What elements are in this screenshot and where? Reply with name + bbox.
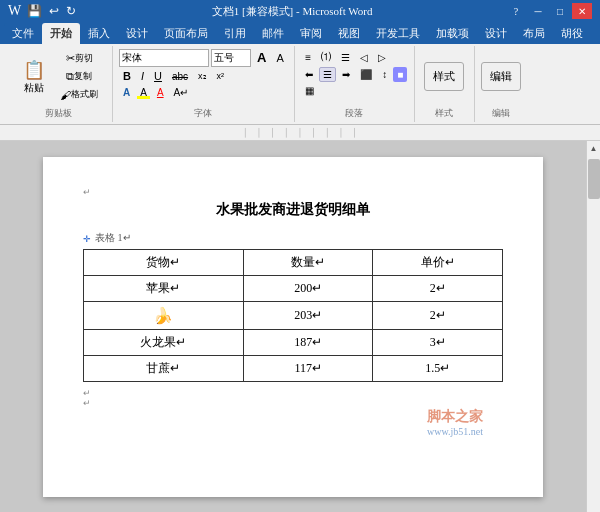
tab-design2[interactable]: 设计 xyxy=(477,23,515,44)
col-header-price: 单价↵ xyxy=(373,250,503,276)
borders-button[interactable]: ▦ xyxy=(301,83,318,98)
tab-layout2[interactable]: 布局 xyxy=(515,23,553,44)
redo-button[interactable]: ↻ xyxy=(64,3,78,20)
edit-label: 编辑 xyxy=(492,105,510,120)
cell-goods-3: 火龙果↵ xyxy=(84,330,244,356)
tab-layout[interactable]: 页面布局 xyxy=(156,23,216,44)
format-painter-button[interactable]: 🖌 格式刷 xyxy=(56,86,102,103)
paragraph-label: 段落 xyxy=(345,105,363,120)
align-center-button[interactable]: ☰ xyxy=(319,67,336,82)
strikethrough-button[interactable]: abc xyxy=(168,69,192,84)
table-header-row: 货物↵ 数量↵ 单价↵ xyxy=(84,250,503,276)
underline-button[interactable]: U xyxy=(150,68,166,84)
tab-user[interactable]: 胡役 xyxy=(553,23,591,44)
styles-button[interactable]: 样式 xyxy=(424,62,464,91)
cell-goods-1: 苹果↵ xyxy=(84,276,244,302)
quick-access-toolbar: 💾 ↩ ↻ xyxy=(25,3,78,20)
shrink-font-button[interactable]: A xyxy=(272,50,287,66)
undo-button[interactable]: ↩ xyxy=(47,3,61,20)
cut-button[interactable]: ✂ 剪切 xyxy=(56,50,102,67)
tab-developer[interactable]: 开发工具 xyxy=(368,23,428,44)
cell-price-2: 2↵ xyxy=(373,302,503,330)
page-top-indicator: ↵ xyxy=(83,187,503,197)
title-bar-controls: ? ─ □ ✕ xyxy=(506,3,592,19)
tab-references[interactable]: 引用 xyxy=(216,23,254,44)
edit-button[interactable]: 编辑 xyxy=(481,62,521,91)
scroll-up-button[interactable]: ▲ xyxy=(587,141,601,155)
align-left-button[interactable]: ⬅ xyxy=(301,67,317,82)
multilevel-button[interactable]: ☰ xyxy=(337,50,354,65)
subscript-button[interactable]: x₂ xyxy=(194,69,211,83)
tab-design[interactable]: 设计 xyxy=(118,23,156,44)
shading-button[interactable]: ■ xyxy=(393,67,407,82)
cell-goods-2: 🍌 xyxy=(84,302,244,330)
title-bar-title: 文档1 [兼容模式] - Microsoft Word xyxy=(78,4,506,19)
help-button[interactable]: ? xyxy=(506,3,526,19)
tab-addins[interactable]: 加载项 xyxy=(428,23,477,44)
text-effect-button[interactable]: A xyxy=(119,85,134,100)
table-row: 🍌 203↵ 2↵ xyxy=(84,302,503,330)
tab-file[interactable]: 文件 xyxy=(4,23,42,44)
tab-insert[interactable]: 插入 xyxy=(80,23,118,44)
font-name-input[interactable] xyxy=(119,49,209,67)
italic-button[interactable]: I xyxy=(137,68,148,84)
paragraph-group: ≡ ⑴ ☰ ◁ ▷ ⬅ ☰ ➡ ⬛ ↕ ■ ▦ 段落 xyxy=(295,46,415,122)
styles-label: 样式 xyxy=(435,105,453,120)
word-icon: W xyxy=(8,3,21,19)
data-table: 货物↵ 数量↵ 单价↵ 苹果↵ 200↵ 2↵ 🍌 2 xyxy=(83,249,503,382)
increase-indent-button[interactable]: ▷ xyxy=(374,50,390,65)
styles-group: 样式 样式 xyxy=(415,46,475,122)
minimize-button[interactable]: ─ xyxy=(528,3,548,19)
align-right-button[interactable]: ➡ xyxy=(338,67,354,82)
highlight-button[interactable]: A xyxy=(136,85,151,100)
scroll-thumb[interactable] xyxy=(588,159,600,199)
font-color-button[interactable]: A xyxy=(153,85,168,100)
clear-format-button[interactable]: A↵ xyxy=(170,85,193,100)
superscript-button[interactable]: x² xyxy=(213,69,229,83)
decrease-indent-button[interactable]: ◁ xyxy=(356,50,372,65)
document-title: 水果批发商进退货明细单 xyxy=(83,201,503,219)
cell-goods-4: 甘蔗↵ xyxy=(84,356,244,382)
bullets-button[interactable]: ≡ xyxy=(301,50,315,65)
ribbon-tabs: 文件 开始 插入 设计 页面布局 引用 邮件 审阅 视图 开发工具 加载项 设计… xyxy=(0,22,600,44)
col-header-goods: 货物↵ xyxy=(84,250,244,276)
maximize-button[interactable]: □ xyxy=(550,3,570,19)
font-size-input[interactable] xyxy=(211,49,251,67)
table-label: 表格 1↵ xyxy=(95,231,131,245)
tab-view[interactable]: 视图 xyxy=(330,23,368,44)
cell-qty-1: 200↵ xyxy=(243,276,373,302)
document-area: ↵ 水果批发商进退货明细单 ✛ 表格 1↵ 货物↵ 数量↵ 单价↵ xyxy=(0,141,586,512)
cell-qty-3: 187↵ xyxy=(243,330,373,356)
justify-button[interactable]: ⬛ xyxy=(356,67,376,82)
vertical-scrollbar: ▲ xyxy=(586,141,600,512)
col-header-quantity: 数量↵ xyxy=(243,250,373,276)
clipboard-label: 剪贴板 xyxy=(45,105,72,120)
table-handle[interactable]: ✛ xyxy=(83,234,91,244)
grow-font-button[interactable]: A xyxy=(253,48,270,67)
ribbon: 📋 粘贴 ✂ 剪切 ⧉ 复制 🖌 格式刷 剪贴板 A A B I xyxy=(0,44,600,125)
copy-button[interactable]: ⧉ 复制 xyxy=(56,68,102,85)
numbering-button[interactable]: ⑴ xyxy=(317,48,335,66)
save-button[interactable]: 💾 xyxy=(25,3,44,20)
cell-price-4: 1.5↵ xyxy=(373,356,503,382)
table-row: 火龙果↵ 187↵ 3↵ xyxy=(84,330,503,356)
tab-mail[interactable]: 邮件 xyxy=(254,23,292,44)
font-label: 字体 xyxy=(194,105,212,120)
table-row: 甘蔗↵ 117↵ 1.5↵ xyxy=(84,356,503,382)
close-button[interactable]: ✕ xyxy=(572,3,592,19)
clipboard-group: 📋 粘贴 ✂ 剪切 ⧉ 复制 🖌 格式刷 剪贴板 xyxy=(4,46,113,122)
bold-button[interactable]: B xyxy=(119,68,135,84)
line-spacing-button[interactable]: ↕ xyxy=(378,67,391,82)
paste-button[interactable]: 📋 粘贴 xyxy=(14,54,54,100)
cell-qty-4: 117↵ xyxy=(243,356,373,382)
tab-review[interactable]: 审阅 xyxy=(292,23,330,44)
title-bar-left: W 💾 ↩ ↻ xyxy=(8,3,78,20)
paste-icon: 📋 xyxy=(23,59,45,81)
title-bar: W 💾 ↩ ↻ 文档1 [兼容模式] - Microsoft Word ? ─ … xyxy=(0,0,600,22)
horizontal-ruler: │ │ │ │ │ │ │ │ │ xyxy=(0,125,600,141)
tab-start[interactable]: 开始 xyxy=(42,23,80,44)
watermark: 脚本之家 www.jb51.net xyxy=(427,408,483,437)
edit-group: 编辑 编辑 xyxy=(475,46,527,122)
table-row: 苹果↵ 200↵ 2↵ xyxy=(84,276,503,302)
cell-price-3: 3↵ xyxy=(373,330,503,356)
